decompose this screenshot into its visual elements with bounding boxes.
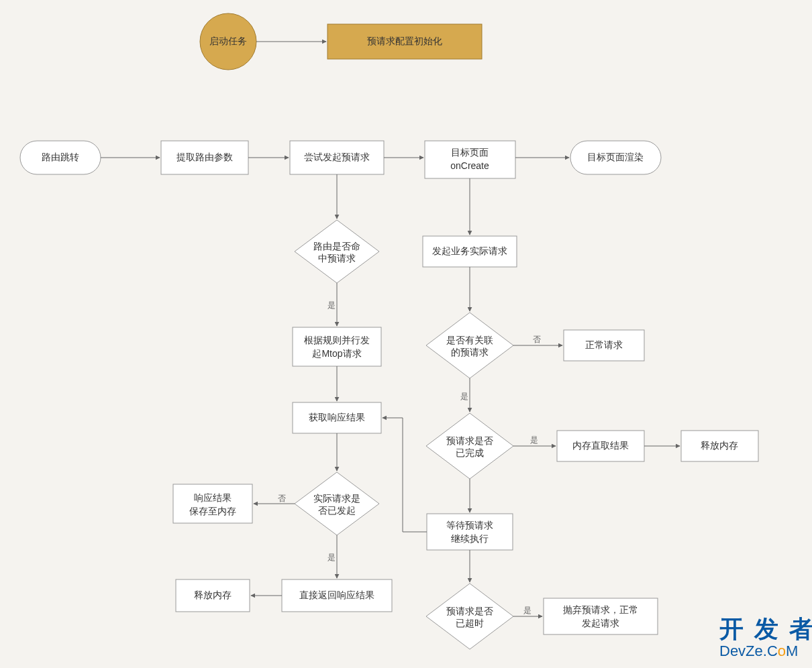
label-target-render: 目标页面渲染 [587, 152, 644, 162]
node-extract-params: 提取路由参数 [161, 141, 248, 174]
node-discard: 抛弃预请求，正常 发起请求 [544, 598, 658, 634]
node-free-mem-right: 释放内存 [681, 431, 758, 461]
label-mtop-l2: 起Mtop请求 [312, 348, 361, 359]
node-mtop: 根据规则并行发 起Mtop请求 [293, 327, 381, 366]
label-has-linked-l2: 的预请求 [451, 347, 489, 357]
node-wait-prereq: 等待预请求 继续执行 [427, 514, 513, 550]
svg-marker-7 [295, 220, 379, 283]
label-actual-fired-l1: 实际请求是 [313, 493, 360, 504]
edge-label-yes-3: 是 [460, 392, 468, 401]
node-init-config: 预请求配置初始化 [327, 24, 482, 59]
label-prereq-done-l1: 预请求是否 [446, 435, 493, 446]
node-route-jump: 路由跳转 [20, 141, 101, 174]
label-save-mem-l2: 保存至内存 [189, 506, 236, 516]
edge-label-yes-2: 是 [327, 553, 336, 562]
node-save-mem: 响应结果 保存至内存 [173, 484, 252, 523]
label-get-resp: 获取响应结果 [309, 412, 365, 423]
node-route-hit-decision: 路由是否命 中预请求 [295, 220, 379, 283]
watermark-line2: DevZe.CoM [719, 643, 798, 659]
node-start-task: 启动任务 [200, 13, 256, 70]
svg-rect-11 [173, 484, 252, 523]
label-fire-biz: 发起业务实际请求 [432, 245, 507, 256]
edge-label-yes-4: 是 [530, 435, 538, 445]
node-has-linked-decision: 是否有关联 的预请求 [426, 313, 513, 378]
label-route-hit-l2: 中预请求 [318, 253, 356, 264]
node-timeout-decision: 预请求是否 已超时 [426, 583, 513, 649]
edge-label-no-1: 否 [278, 494, 286, 503]
flowchart-canvas: 启动任务 预请求配置初始化 路由跳转 提取路由参数 尝试发起预请求 目标页面 o… [0, 0, 812, 668]
label-route-jump: 路由跳转 [42, 152, 79, 162]
edge-label-yes-1: 是 [327, 300, 336, 310]
node-return-resp: 直接返回响应结果 [282, 579, 392, 612]
label-prereq-done-l2: 已完成 [456, 447, 484, 458]
svg-marker-15 [426, 313, 513, 378]
label-timeout-l2: 已超时 [456, 618, 484, 628]
svg-marker-10 [295, 472, 379, 535]
node-free-mem-left: 释放内存 [176, 579, 250, 612]
label-free-mem-left: 释放内存 [194, 590, 232, 600]
label-normal-req: 正常请求 [585, 339, 623, 350]
label-try-prereq: 尝试发起预请求 [304, 152, 370, 162]
label-discard-l1: 抛弃预请求，正常 [563, 604, 638, 615]
label-oncreate-l1: 目标页面 [451, 147, 489, 158]
label-extract-params: 提取路由参数 [176, 152, 233, 162]
node-target-oncreate: 目标页面 onCreate [425, 141, 515, 178]
svg-marker-17 [426, 413, 513, 479]
node-target-render: 目标页面渲染 [570, 141, 661, 174]
label-discard-l2: 发起请求 [582, 618, 619, 628]
watermark-logo: 开 发 者 DevZe.CoM [719, 615, 812, 659]
node-fire-biz: 发起业务实际请求 [423, 236, 517, 267]
label-mtop-l1: 根据规则并行发 [304, 335, 370, 345]
svg-rect-8 [293, 327, 381, 366]
label-free-mem-right: 释放内存 [701, 440, 738, 451]
label-oncreate-l2: onCreate [450, 160, 489, 171]
edge-label-yes-5: 是 [523, 606, 531, 615]
label-has-linked-l1: 是否有关联 [446, 335, 493, 345]
label-wait-l2: 继续执行 [451, 533, 489, 544]
node-mem-get: 内存直取结果 [557, 431, 644, 461]
watermark-line1: 开 发 者 [719, 615, 812, 643]
label-mem-get: 内存直取结果 [572, 440, 629, 451]
edge-label-no-2: 否 [533, 335, 541, 344]
edge-wait-to-getresp [383, 418, 427, 532]
node-try-prereq: 尝试发起预请求 [290, 141, 384, 174]
label-timeout-l1: 预请求是否 [446, 606, 493, 616]
node-normal-req: 正常请求 [564, 330, 644, 361]
node-get-resp: 获取响应结果 [293, 402, 381, 433]
label-actual-fired-l2: 否已发起 [318, 505, 356, 516]
label-start-task: 启动任务 [209, 36, 247, 46]
label-route-hit-l1: 路由是否命 [313, 241, 360, 252]
svg-marker-21 [426, 583, 513, 649]
label-init-config: 预请求配置初始化 [367, 36, 442, 46]
label-return-resp: 直接返回响应结果 [299, 590, 374, 600]
label-wait-l1: 等待预请求 [446, 520, 493, 531]
label-save-mem-l1: 响应结果 [194, 492, 232, 503]
node-actual-fired-decision: 实际请求是 否已发起 [295, 472, 379, 535]
node-prereq-done-decision: 预请求是否 已完成 [426, 413, 513, 479]
